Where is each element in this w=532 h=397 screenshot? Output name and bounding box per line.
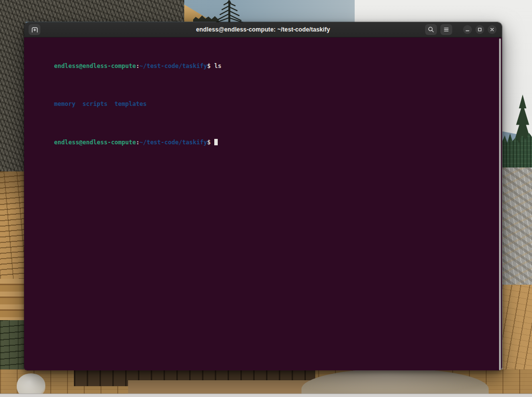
menu-icon [443,26,450,33]
prompt-path: ~/test-code/taskify [139,63,207,69]
menu-button[interactable] [440,24,452,35]
terminal-line-prompt: endless@endless-compute:~/test-code/task… [26,131,497,154]
prompt-symbol: $ [207,139,214,146]
wallpaper-rock-scree [502,167,532,287]
evergreen-tree-icon [211,0,248,23]
new-tab-icon [31,26,38,33]
search-icon [428,26,434,33]
search-button[interactable] [425,24,437,35]
desktop: endless@endless-compute: ~/test-code/tas… [0,0,532,397]
ls-output: memory scripts templates [54,100,147,107]
bottom-panel[interactable] [0,394,532,397]
prompt-user-host: endless@endless-compute [54,63,136,69]
maximize-icon [477,27,483,33]
wallpaper-shingles [0,171,26,279]
wallpaper-twigs-top [0,0,184,22]
terminal-line-command: endless@endless-compute:~/test-code/task… [26,55,497,78]
new-tab-button[interactable] [29,24,40,35]
close-button[interactable] [488,25,497,34]
wallpaper-logs [0,279,26,320]
minimize-button[interactable] [463,25,472,34]
prompt-symbol: $ [207,63,214,69]
scrollbar[interactable] [499,38,501,370]
wallpaper-twigs-left [0,0,26,171]
terminal-content[interactable]: endless@endless-compute:~/test-code/task… [24,37,502,371]
close-icon [489,27,495,33]
prompt-user-host: endless@endless-compute [54,139,136,146]
wallpaper-green-shingles [0,320,26,373]
maximize-button[interactable] [475,25,484,34]
terminal-cursor [214,139,218,145]
wallpaper-tree-silhouette [211,0,248,23]
minimize-icon [465,27,470,33]
terminal-line-output: memory scripts templates [26,93,497,116]
titlebar[interactable]: endless@endless-compute: ~/test-code/tas… [24,22,502,37]
command-text: ls [214,63,221,69]
prompt-path: ~/test-code/taskify [139,139,207,146]
terminal-window: endless@endless-compute: ~/test-code/tas… [24,22,502,371]
